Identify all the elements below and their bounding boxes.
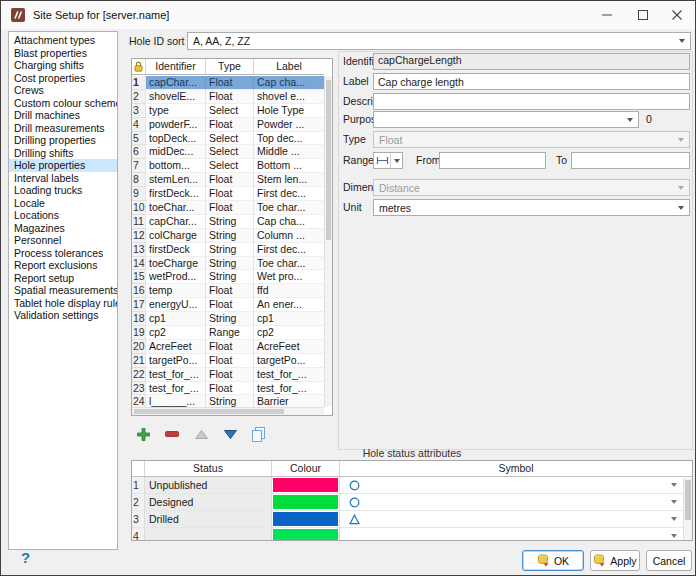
sidebar-item-charging-shifts[interactable]: Charging shifts [9, 59, 117, 72]
maximize-button[interactable] [626, 1, 660, 29]
table-row[interactable]: 5topDeck...SelectTop dec... [132, 132, 324, 146]
table-row[interactable]: 1capChar...FloatCap cha... [132, 76, 324, 90]
dimension-value: Distance [379, 182, 420, 194]
sidebar-item-hole-properties[interactable]: Hole properties [9, 159, 117, 172]
vertical-scrollbar[interactable] [324, 76, 332, 407]
unit-combo[interactable]: metres [373, 199, 690, 216]
cell-colour[interactable] [272, 477, 340, 494]
scrollbar-thumb[interactable] [685, 480, 691, 520]
table-row[interactable]: 18cp1Stringcp1 [132, 312, 324, 326]
table-row[interactable]: 14toeChargeStringToe char... [132, 257, 324, 271]
sidebar-item-drilling-properties[interactable]: Drilling properties [9, 134, 117, 147]
sidebar-item-tablet-hole-display-rules[interactable]: Tablet hole display rules [9, 297, 117, 310]
table-row[interactable]: 11capChar...StringCap cha... [132, 215, 324, 229]
cell-colour[interactable] [272, 494, 340, 511]
table-row[interactable]: 13firstDeckStringFirst dec... [132, 243, 324, 257]
remove-row-button[interactable] [163, 424, 181, 444]
chevron-down-icon[interactable] [671, 500, 677, 504]
scrollbar-thumb[interactable] [326, 80, 331, 240]
column-header-label[interactable]: Label [254, 59, 324, 74]
status-vertical-scrollbar[interactable] [683, 478, 692, 540]
sidebar-item-validation-settings[interactable]: Validation settings [9, 309, 117, 322]
sidebar-item-blast-properties[interactable]: Blast properties [9, 47, 117, 60]
cell-symbol[interactable] [340, 494, 692, 511]
sidebar-item-personnel[interactable]: Personnel [9, 234, 117, 247]
sidebar-item-report-setup[interactable]: Report setup [9, 272, 117, 285]
chevron-down-icon[interactable] [671, 534, 677, 538]
add-row-button[interactable] [134, 424, 152, 444]
status-row[interactable]: 2Designed [132, 494, 692, 511]
apply-button[interactable]: Apply [590, 550, 640, 571]
table-row[interactable]: 16tempFloatffd [132, 284, 324, 298]
status-row[interactable]: 4 [132, 528, 692, 541]
sidebar-item-custom-colour-schemes[interactable]: Custom colour schemes [9, 97, 117, 110]
table-row[interactable]: 2shovelE...Floatshovel e... [132, 90, 324, 104]
table-row[interactable]: 17energyU...FloatAn ener... [132, 298, 324, 312]
sidebar-item-crews[interactable]: Crews [9, 84, 117, 97]
hole-id-sort-combo[interactable]: A, AA, Z, ZZ [187, 32, 691, 50]
sidebar-item-drilling-shifts[interactable]: Drilling shifts [9, 147, 117, 160]
sidebar-item-interval-labels[interactable]: Interval labels [9, 172, 117, 185]
table-row[interactable]: 8stemLen...FloatStem len... [132, 173, 324, 187]
column-header-status[interactable]: Status [145, 461, 272, 476]
ok-button[interactable]: OK [522, 550, 584, 571]
sidebar-item-drill-measurements[interactable]: Drill measurements [9, 122, 117, 135]
cell-colour[interactable] [272, 528, 340, 541]
sidebar-item-locale[interactable]: Locale [9, 197, 117, 210]
cell-identifier: bottom... [146, 159, 206, 173]
table-row[interactable]: 12colChargeStringColumn ... [132, 229, 324, 243]
column-header-colour[interactable]: Colour [272, 461, 340, 476]
chevron-down-icon[interactable] [671, 483, 677, 487]
sidebar-item-drill-machines[interactable]: Drill machines [9, 109, 117, 122]
sidebar-item-report-exclusions[interactable]: Report exclusions [9, 259, 117, 272]
close-button[interactable] [660, 1, 694, 29]
table-row[interactable]: 15wetProd...StringWet pro... [132, 270, 324, 284]
table-row[interactable]: 23test_for_...Floattest_for_... [132, 382, 324, 396]
row-number: 12 [132, 229, 146, 243]
minimize-button[interactable] [590, 1, 624, 29]
table-row[interactable]: 10toeChar...FloatToe char... [132, 201, 324, 215]
sidebar-item-process-tolerances[interactable]: Process tolerances [9, 247, 117, 260]
range-to-field[interactable] [571, 152, 690, 169]
cell-label: Toe char... [254, 257, 324, 271]
help-icon[interactable]: ? [21, 549, 30, 566]
table-row[interactable]: 3typeSelectHole Type [132, 104, 324, 118]
move-down-button[interactable] [221, 424, 239, 444]
table-row[interactable]: 6midDec...SelectMiddle ... [132, 145, 324, 159]
table-row[interactable]: 9firstDeck...FloatFirst dec... [132, 187, 324, 201]
table-row[interactable]: 19cp2Rangecp2 [132, 326, 324, 340]
status-row[interactable]: 3Drilled [132, 511, 692, 528]
sidebar-item-attachment-types[interactable]: Attachment types [9, 34, 117, 47]
column-header-type[interactable]: Type [206, 59, 254, 74]
table-row[interactable]: 4powderF...FloatPowder ... [132, 118, 324, 132]
cell-symbol[interactable] [340, 511, 692, 528]
column-header-symbol[interactable]: Symbol [340, 461, 692, 476]
move-up-button[interactable] [192, 424, 210, 444]
cell-symbol[interactable] [340, 528, 692, 541]
copy-button[interactable] [250, 424, 268, 444]
chevron-down-icon[interactable] [671, 517, 677, 521]
purpose-combo[interactable] [373, 111, 639, 128]
table-row[interactable]: 7bottom...SelectBottom ... [132, 159, 324, 173]
table-row[interactable]: 20AcreFeetFloatAcreFeet [132, 340, 324, 354]
table-row[interactable]: 24l______...StringBarrier [132, 395, 324, 407]
sidebar-item-magazines[interactable]: Magazines [9, 222, 117, 235]
sidebar-item-locations[interactable]: Locations [9, 209, 117, 222]
status-table-header: Status Colour Symbol [132, 461, 692, 477]
horizontal-scrollbar[interactable] [132, 407, 324, 415]
range-type-button[interactable] [373, 152, 403, 169]
cell-colour[interactable] [272, 511, 340, 528]
scrollbar-thumb[interactable] [134, 409, 284, 414]
cell-symbol[interactable] [340, 477, 692, 494]
sidebar-item-cost-properties[interactable]: Cost properties [9, 72, 117, 85]
column-header-identifier[interactable]: Identifier [146, 59, 206, 74]
table-row[interactable]: 21targetPo...FloattargetPo... [132, 354, 324, 368]
description-field[interactable] [373, 93, 690, 110]
sidebar-item-loading-trucks[interactable]: Loading trucks [9, 184, 117, 197]
status-row[interactable]: 1Unpublished [132, 477, 692, 494]
range-from-field[interactable] [439, 152, 546, 169]
label-field[interactable] [373, 73, 690, 90]
cancel-button[interactable]: Cancel [646, 550, 692, 571]
table-row[interactable]: 22test_for_...Floattest_for_... [132, 368, 324, 382]
sidebar-item-spatial-measurements[interactable]: Spatial measurements [9, 284, 117, 297]
